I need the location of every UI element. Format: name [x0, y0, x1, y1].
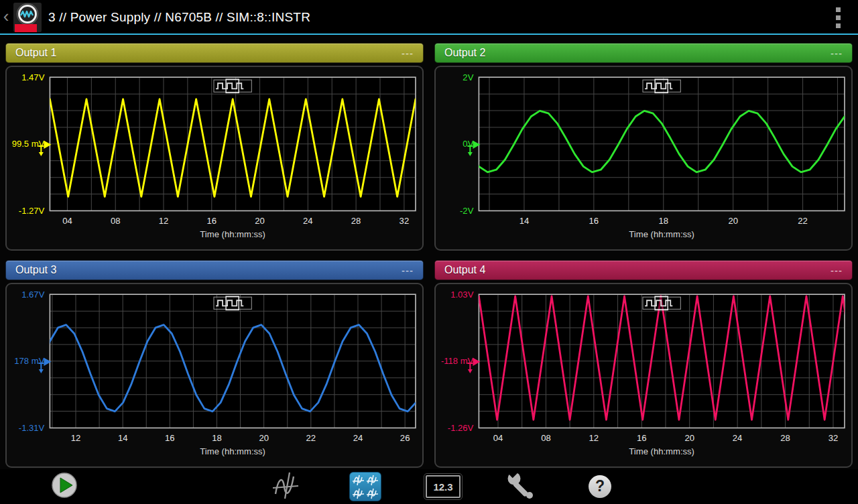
digital-readout-label: 12.3	[433, 481, 452, 493]
svg-text:28: 28	[780, 433, 790, 443]
output-1-chart[interactable]: 1.47V99.5 mV-1.27V0408121620242832Time (…	[5, 66, 424, 251]
output-3-title: Output 3	[15, 264, 56, 276]
svg-text:18: 18	[658, 216, 668, 226]
multi-chart-grid-icon-selected[interactable]	[349, 472, 381, 501]
back-chevron-icon[interactable]: ‹	[0, 1, 12, 34]
svg-text:12: 12	[71, 433, 81, 443]
output-3-status: ---	[402, 265, 414, 276]
output-4-header[interactable]: Output 4 ---	[434, 260, 853, 280]
charts-area: Output 1 --- 1.47V99.5 mV-1.27V040812162…	[0, 35, 858, 469]
svg-text:24: 24	[353, 433, 363, 443]
app-logo-icon[interactable]	[13, 3, 42, 32]
svg-text:08: 08	[541, 433, 551, 443]
help-button[interactable]: ?	[589, 475, 611, 498]
output-4-title: Output 4	[444, 264, 485, 276]
svg-text:28: 28	[351, 216, 361, 226]
single-waveform-icon[interactable]	[270, 470, 301, 503]
output-1-title: Output 1	[15, 47, 56, 59]
svg-text:178 mV: 178 mV	[14, 356, 44, 366]
svg-text:20: 20	[255, 216, 265, 226]
wrench-settings-icon[interactable]	[505, 470, 536, 503]
output-4-panel: Output 4 --- 1.03V-118 mV-1.26V040812162…	[434, 260, 853, 468]
output-3-header[interactable]: Output 3 ---	[5, 260, 424, 280]
svg-text:1.47V: 1.47V	[21, 72, 44, 82]
digital-readout-icon[interactable]: 12.3	[426, 475, 461, 498]
svg-text:Time (hh:mm:ss): Time (hh:mm:ss)	[200, 446, 265, 456]
svg-text:1.03V: 1.03V	[450, 290, 473, 300]
svg-text:32: 32	[829, 433, 839, 443]
svg-text:Time (hh:mm:ss): Time (hh:mm:ss)	[200, 229, 265, 239]
output-3-panel: Output 3 --- 1.67V178 mV-1.31V1214161820…	[5, 260, 424, 468]
svg-text:-1.27V: -1.27V	[19, 206, 45, 216]
svg-text:12: 12	[589, 433, 599, 443]
bottom-toolbar: 12.3 ?	[0, 469, 858, 504]
svg-text:22: 22	[306, 433, 316, 443]
svg-text:24: 24	[733, 433, 743, 443]
output-2-status: ---	[831, 48, 843, 59]
svg-text:12: 12	[159, 216, 169, 226]
svg-text:14: 14	[519, 216, 530, 226]
svg-text:16: 16	[589, 216, 599, 226]
output-2-title: Output 2	[444, 47, 485, 59]
output-2-panel: Output 2 --- 2V0V-2V1416182022Time (hh:m…	[434, 43, 853, 251]
output-3-chart[interactable]: 1.67V178 mV-1.31V1214161820222426Time (h…	[5, 283, 424, 468]
svg-text:22: 22	[798, 216, 808, 226]
output-4-chart[interactable]: 1.03V-118 mV-1.26V0408121620242832Time (…	[434, 283, 853, 468]
svg-text:20: 20	[259, 433, 269, 443]
svg-text:Time (hh:mm:ss): Time (hh:mm:ss)	[629, 446, 694, 456]
svg-text:20: 20	[684, 433, 694, 443]
svg-text:04: 04	[493, 433, 503, 443]
svg-text:16: 16	[165, 433, 175, 443]
output-2-header[interactable]: Output 2 ---	[434, 43, 853, 63]
svg-text:26: 26	[400, 433, 410, 443]
svg-text:32: 32	[400, 216, 410, 226]
svg-text:-2V: -2V	[460, 206, 474, 216]
svg-text:18: 18	[212, 433, 222, 443]
play-button[interactable]	[51, 472, 78, 501]
svg-text:Time (hh:mm:ss): Time (hh:mm:ss)	[629, 229, 694, 239]
svg-text:20: 20	[728, 216, 738, 226]
svg-text:99.5 mV: 99.5 mV	[12, 139, 45, 149]
window-title: 3 // Power Supply // N6705B // SIM::8::I…	[48, 10, 310, 25]
svg-text:1.67V: 1.67V	[21, 290, 44, 300]
svg-text:-118 mV: -118 mV	[441, 356, 474, 366]
svg-text:14: 14	[118, 433, 128, 443]
output-1-panel: Output 1 --- 1.47V99.5 mV-1.27V040812162…	[5, 43, 424, 251]
svg-text:0V: 0V	[463, 139, 473, 149]
svg-text:08: 08	[111, 216, 121, 226]
output-4-status: ---	[831, 265, 843, 276]
svg-text:-1.26V: -1.26V	[448, 423, 474, 433]
svg-text:16: 16	[206, 216, 217, 226]
svg-text:16: 16	[637, 433, 647, 443]
svg-text:24: 24	[303, 216, 313, 226]
output-1-status: ---	[402, 48, 414, 59]
svg-text:-1.31V: -1.31V	[19, 423, 45, 433]
output-2-chart[interactable]: 2V0V-2V1416182022Time (hh:mm:ss)	[434, 66, 853, 251]
overflow-menu-icon[interactable]	[832, 0, 845, 35]
help-label: ?	[595, 479, 605, 495]
svg-text:2V: 2V	[463, 72, 473, 82]
output-1-header[interactable]: Output 1 ---	[5, 43, 424, 63]
svg-text:04: 04	[62, 216, 72, 226]
action-bar: ‹ 3 // Power Supply // N6705B // SIM::8:…	[0, 0, 858, 35]
